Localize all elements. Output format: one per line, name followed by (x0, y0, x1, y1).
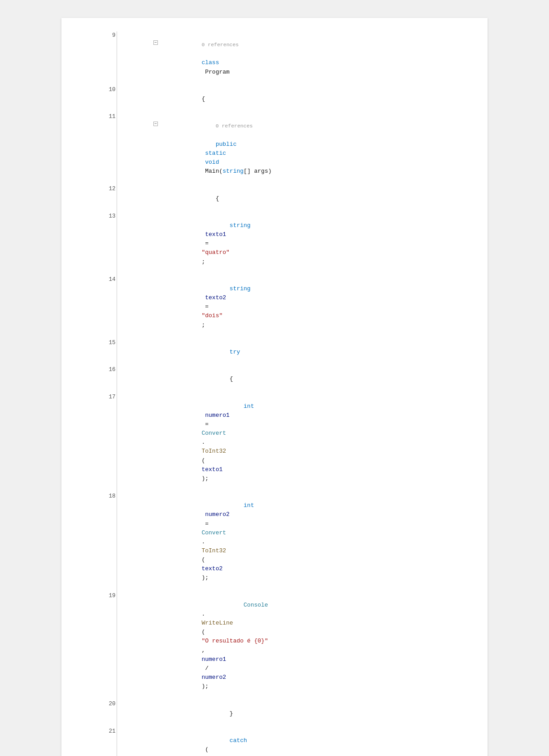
brace: { (230, 376, 233, 382)
code-content: { (159, 185, 465, 212)
collapse-col[interactable]: − (117, 31, 159, 86)
numero1-ref: numero1 (201, 656, 226, 663)
semicolon: ; (201, 322, 205, 328)
div: / (201, 665, 212, 672)
code-line-10: 10 { (84, 86, 465, 113)
kw-public: public (216, 141, 237, 148)
collapse-col (117, 700, 159, 727)
code-content: 0 references class Program (159, 31, 465, 86)
str-quatro: "quatro" (201, 249, 229, 256)
kw-void: void (201, 159, 219, 166)
collapse-col (117, 727, 159, 756)
var-texto1: texto1 (201, 231, 226, 238)
code-content: } (159, 700, 465, 727)
assign: = (201, 303, 212, 310)
kw-int: int (244, 403, 254, 410)
comment-9: 0 references (201, 42, 239, 48)
line-number: 21 (84, 727, 117, 756)
texto1-ref: texto1 (201, 466, 222, 473)
code-content: string texto1 = "quatro" ; (159, 212, 465, 275)
collapse-col (117, 393, 159, 493)
collapse-col (117, 212, 159, 275)
code-content: { (159, 366, 465, 393)
toint32-method: ToInt32 (201, 547, 226, 554)
code-line-14: 14 string texto2 = "dois" ; (84, 275, 465, 339)
code-content: Console . WriteLine ( "O resultado é {0}… (159, 592, 465, 700)
collapse-col (117, 86, 159, 113)
kw-string: string (222, 168, 244, 175)
code-content: string texto2 = "dois" ; (159, 275, 465, 339)
param: [] args) (244, 168, 271, 175)
args: ( (201, 556, 205, 563)
assign: = (201, 421, 212, 428)
kw-string: string (230, 222, 251, 229)
page: 9 − 0 references class Program 10 { (61, 18, 488, 756)
code-line-16: 16 { (84, 366, 465, 393)
kw-try: try (230, 349, 240, 355)
comma: , (201, 647, 209, 654)
code-content: { (159, 86, 465, 113)
code-line-12: 12 { (84, 185, 465, 212)
texto2-ref: texto2 (201, 565, 222, 572)
line-number: 14 (84, 275, 117, 339)
line-number: 19 (84, 592, 117, 700)
code-content: try (159, 339, 465, 366)
code-line-17: 17 int numero1 = Convert . ToInt32 ( tex… (84, 393, 465, 493)
line-number: 13 (84, 212, 117, 275)
var-numero2: numero2 (201, 511, 229, 518)
line-number: 15 (84, 339, 117, 366)
kw-static: static (201, 150, 226, 157)
line-number: 12 (84, 185, 117, 212)
comment-11: 0 references (216, 123, 253, 129)
collapse-icon[interactable]: − (153, 122, 158, 126)
kw-int: int (244, 502, 254, 509)
var-numero1: numero1 (201, 412, 229, 419)
closing: ); (201, 574, 209, 581)
code-line-20: 20 } (84, 700, 465, 727)
str-resultado: "O resultado é {0}" (201, 638, 268, 644)
semicolon: ; (201, 258, 205, 265)
collapse-col (117, 185, 159, 212)
args: ( (201, 629, 205, 635)
str-dois: "dois" (201, 312, 222, 319)
code-line-9: 9 − 0 references class Program (84, 31, 465, 86)
collapse-col (117, 592, 159, 700)
collapse-col[interactable]: − (117, 113, 159, 185)
assign: = (201, 240, 212, 247)
line-number: 9 (84, 31, 117, 86)
toint32-method: ToInt32 (201, 448, 226, 454)
brace: } (230, 710, 233, 717)
code-line-21: 21 catch ( DivideByZeroException ) (84, 727, 465, 756)
collapse-col (117, 366, 159, 393)
brace: { (201, 96, 205, 102)
writeline-method: WriteLine (201, 620, 233, 626)
line-number: 16 (84, 366, 117, 393)
dot: . (201, 538, 205, 545)
line-number: 20 (84, 700, 117, 727)
code-line-18: 18 int numero2 = Convert . ToInt32 ( tex… (84, 492, 465, 592)
code-line-19: 19 Console . WriteLine ( "O resultado é … (84, 592, 465, 700)
numero2-ref: numero2 (201, 674, 226, 681)
class-name: Program (201, 69, 229, 75)
method-name: Main( (201, 168, 222, 175)
closing: ); (201, 475, 209, 482)
collapse-col (117, 275, 159, 339)
code-content: catch ( DivideByZeroException ) (159, 727, 465, 756)
line-number: 10 (84, 86, 117, 113)
convert-class: Convert (201, 430, 226, 437)
kw-string: string (230, 285, 251, 292)
convert-class: Convert (201, 529, 226, 536)
paren: ( (201, 746, 209, 753)
collapse-col (117, 492, 159, 592)
line-number: 18 (84, 492, 117, 592)
line-number: 11 (84, 113, 117, 185)
assign: = (201, 520, 212, 527)
args: ( (201, 457, 205, 464)
dot: . (201, 439, 205, 446)
collapse-icon[interactable]: − (153, 40, 158, 45)
closing: ); (201, 683, 209, 690)
code-line-13: 13 string texto1 = "quatro" ; (84, 212, 465, 275)
var-texto2: texto2 (201, 294, 226, 301)
code-content: int numero2 = Convert . ToInt32 ( texto2… (159, 492, 465, 592)
code-block: 9 − 0 references class Program 10 { (84, 31, 465, 756)
